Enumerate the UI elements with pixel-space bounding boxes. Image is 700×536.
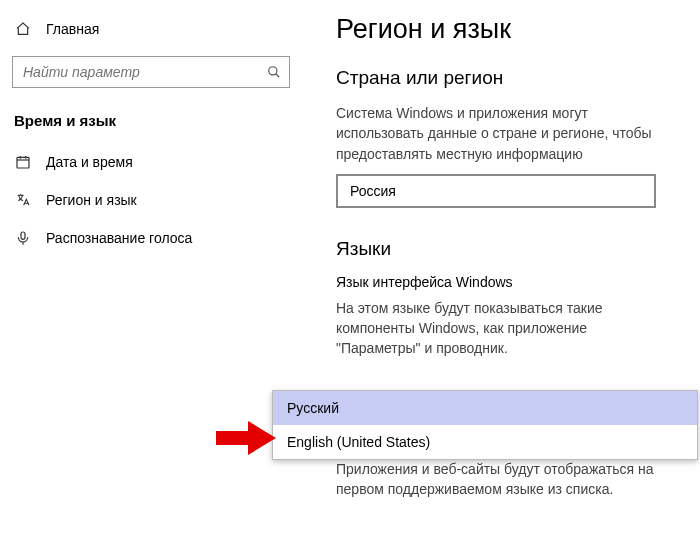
page-title: Регион и язык xyxy=(336,14,676,45)
annotation-arrow-icon xyxy=(216,421,276,455)
sidebar-item-speech[interactable]: Распознавание голоса xyxy=(0,219,302,257)
dropdown-option-label: English (United States) xyxy=(287,434,430,450)
sidebar-item-date-time[interactable]: Дата и время xyxy=(0,143,302,181)
search-input[interactable] xyxy=(13,64,259,80)
calendar-icon xyxy=(14,153,32,171)
home-link[interactable]: Главная xyxy=(0,12,302,46)
svg-rect-2 xyxy=(17,157,29,168)
sidebar-item-label: Распознавание голоса xyxy=(46,230,192,246)
svg-line-1 xyxy=(276,74,280,78)
svg-point-0 xyxy=(269,67,277,75)
home-label: Главная xyxy=(46,21,99,37)
dropdown-option-label: Русский xyxy=(287,400,339,416)
microphone-icon xyxy=(14,229,32,247)
home-icon xyxy=(14,20,32,38)
sidebar: Главная Время и язык xyxy=(0,0,302,536)
sidebar-item-region-language[interactable]: Регион и язык xyxy=(0,181,302,219)
svg-rect-6 xyxy=(21,232,25,239)
svg-marker-8 xyxy=(216,421,276,455)
preferred-languages-description: Приложения и веб-сайты будут отображатьс… xyxy=(336,459,666,500)
region-heading: Страна или регион xyxy=(336,67,676,89)
sidebar-item-label: Регион и язык xyxy=(46,192,137,208)
sidebar-section-header: Время и язык xyxy=(0,106,302,143)
region-select-value: Россия xyxy=(350,183,396,199)
dropdown-option-english-us[interactable]: English (United States) xyxy=(273,425,697,459)
search-container xyxy=(12,56,290,88)
region-description: Система Windows и приложения могут испол… xyxy=(336,103,666,164)
display-language-dropdown[interactable]: Русский English (United States) xyxy=(272,390,698,460)
search-icon xyxy=(259,65,289,79)
languages-heading: Языки xyxy=(336,238,676,260)
language-icon xyxy=(14,191,32,209)
sidebar-item-label: Дата и время xyxy=(46,154,133,170)
search-box[interactable] xyxy=(12,56,290,88)
display-language-label: Язык интерфейса Windows xyxy=(336,274,676,290)
dropdown-option-russian[interactable]: Русский xyxy=(273,391,697,425)
display-language-description: На этом языке будут показываться такие к… xyxy=(336,298,666,359)
region-select[interactable]: Россия xyxy=(336,174,656,208)
